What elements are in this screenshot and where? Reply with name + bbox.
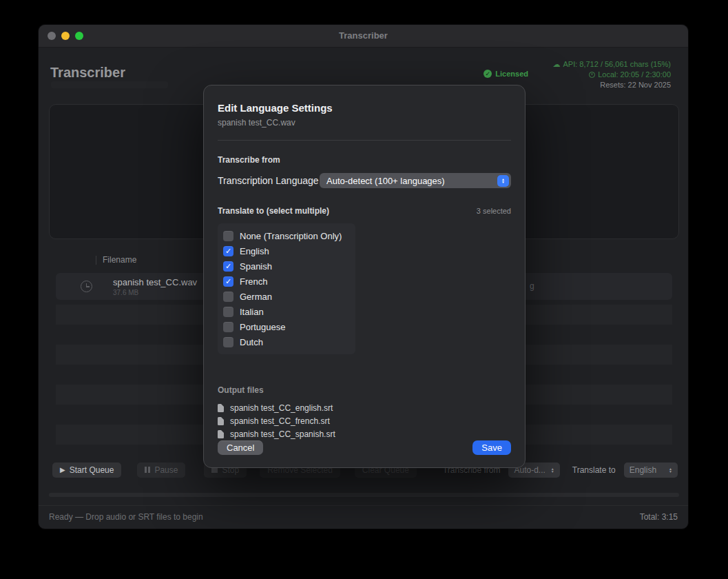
title-bar: Transcriber bbox=[39, 25, 688, 48]
checkbox-unchecked-icon[interactable] bbox=[223, 307, 233, 317]
document-icon bbox=[218, 430, 224, 438]
start-queue-button[interactable]: ▶ Start Queue bbox=[52, 463, 121, 478]
output-file-row: spanish test_CC_spanish.srt bbox=[218, 427, 511, 440]
pending-clock-icon bbox=[81, 281, 92, 292]
language-option[interactable]: Portuguese bbox=[223, 319, 350, 334]
language-label: Dutch bbox=[240, 337, 263, 347]
language-option[interactable]: German bbox=[223, 289, 350, 304]
usage-stats: ☁API: 8,712 / 56,061 chars (15%) Local: … bbox=[552, 59, 671, 90]
language-option[interactable]: ✓Spanish bbox=[223, 258, 350, 274]
row-filesize: 37.6 MB bbox=[113, 289, 138, 296]
pause-button[interactable]: Pause bbox=[137, 463, 185, 478]
stepper-icon: ▲▼ bbox=[669, 467, 672, 473]
language-label: Portuguese bbox=[240, 322, 286, 332]
stepper-icon: ▲▼ bbox=[497, 175, 509, 187]
local-usage-line: Local: 20:05 / 2:30:00 bbox=[552, 70, 671, 80]
transcription-language-value: Auto-detect (100+ languages) bbox=[326, 176, 445, 186]
cancel-button[interactable]: Cancel bbox=[218, 440, 263, 455]
api-usage-line: ☁API: 8,712 / 56,061 chars (15%) bbox=[552, 59, 671, 70]
language-label: English bbox=[240, 246, 269, 256]
checkbox-checked-icon[interactable]: ✓ bbox=[223, 276, 233, 287]
checkbox-unchecked-icon[interactable] bbox=[223, 292, 233, 302]
checkbox-checked-icon[interactable]: ✓ bbox=[223, 246, 233, 256]
output-file-row: spanish test_CC_english.srt bbox=[218, 401, 511, 414]
language-checkbox-list: None (Transcription Only)✓English✓Spanis… bbox=[218, 223, 355, 354]
checkbox-unchecked-icon[interactable] bbox=[223, 322, 233, 332]
output-files-label: Output files bbox=[218, 385, 511, 395]
progress-bar bbox=[49, 493, 679, 497]
output-filename: spanish test_CC_french.srt bbox=[230, 416, 330, 426]
document-icon bbox=[218, 404, 224, 412]
output-file-row: spanish test_CC_french.srt bbox=[218, 414, 511, 427]
status-bar: Ready — Drop audio or SRT files to begin… bbox=[39, 505, 688, 529]
output-filename: spanish test_CC_spanish.srt bbox=[230, 429, 335, 439]
stepper-icon: ▲▼ bbox=[551, 467, 554, 473]
window-title: Transcriber bbox=[39, 30, 688, 41]
dialog-subtitle: spanish test_CC.wav bbox=[218, 118, 511, 128]
app-subtitle bbox=[51, 81, 168, 88]
language-label: None (Transcription Only) bbox=[240, 231, 342, 241]
language-option[interactable]: ✓French bbox=[223, 274, 350, 289]
transcription-language-label: Transcription Language bbox=[218, 175, 319, 186]
output-file-list: spanish test_CC_english.srtspanish test_… bbox=[218, 401, 511, 440]
language-label: Italian bbox=[240, 307, 264, 317]
transcribe-from-section-label: Transcribe from bbox=[218, 155, 511, 165]
language-option[interactable]: None (Transcription Only) bbox=[223, 228, 350, 243]
edit-language-settings-dialog: Edit Language Settings spanish test_CC.w… bbox=[203, 85, 526, 468]
licensed-label: Licensed bbox=[495, 70, 528, 78]
document-icon bbox=[218, 417, 224, 425]
filename-column-header[interactable]: Filename bbox=[103, 255, 136, 265]
row-filename: spanish test_CC.wav bbox=[113, 277, 197, 287]
row-status-fragment: g bbox=[530, 281, 534, 291]
language-option[interactable]: ✓English bbox=[223, 243, 350, 258]
checkbox-checked-icon[interactable]: ✓ bbox=[223, 261, 233, 272]
checkbox-unchecked-icon[interactable] bbox=[223, 231, 233, 241]
resets-line: Resets: 22 Nov 2025 bbox=[552, 80, 671, 90]
pause-icon bbox=[145, 467, 150, 473]
cloud-icon: ☁ bbox=[552, 59, 560, 70]
column-separator bbox=[96, 256, 96, 265]
language-option[interactable]: Italian bbox=[223, 304, 350, 319]
selected-count: 3 selected bbox=[477, 207, 511, 215]
save-button[interactable]: Save bbox=[472, 440, 511, 455]
license-check-icon: ✓ bbox=[483, 70, 492, 78]
output-filename: spanish test_CC_english.srt bbox=[230, 403, 333, 413]
language-label: Spanish bbox=[240, 261, 272, 272]
clock-icon bbox=[589, 72, 595, 78]
translate-to-select[interactable]: English ▲▼ bbox=[624, 463, 678, 478]
page-title: Transcriber bbox=[50, 65, 125, 81]
checkbox-unchecked-icon[interactable] bbox=[223, 337, 233, 347]
licensed-badge: ✓ Licensed bbox=[483, 70, 528, 78]
play-icon: ▶ bbox=[60, 466, 65, 474]
transcription-language-select[interactable]: Auto-detect (100+ languages) ▲▼ bbox=[320, 173, 511, 188]
translate-to-section-label: Translate to (select multiple) bbox=[218, 206, 329, 216]
divider bbox=[218, 140, 511, 141]
total-duration: Total: 3:15 bbox=[640, 512, 678, 522]
dialog-title: Edit Language Settings bbox=[218, 102, 511, 114]
language-option[interactable]: Dutch bbox=[223, 334, 350, 349]
status-message: Ready — Drop audio or SRT files to begin bbox=[49, 512, 203, 522]
language-label: German bbox=[240, 292, 272, 302]
language-label: French bbox=[240, 276, 267, 287]
translate-to-label: Translate to bbox=[572, 465, 616, 475]
